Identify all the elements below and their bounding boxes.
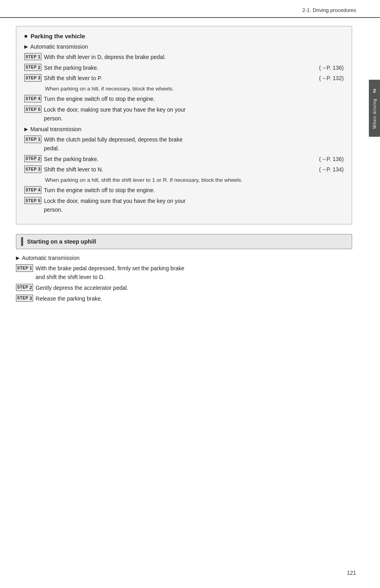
uphill-title: Starting on a steep uphill bbox=[27, 238, 96, 245]
manual-park-step-2: STEP 2 Set the parking brake. (→P. 136) bbox=[24, 155, 344, 164]
auto-park-step-2: STEP 2 Set the parking brake. (→P. 136) bbox=[24, 64, 344, 73]
uphill-auto-transmission-header: Automatic transmission bbox=[16, 255, 352, 261]
auto-park-step-4-text: Turn the engine switch off to stop the e… bbox=[44, 95, 344, 104]
manual-park-step-2-ref: (→P. 136) bbox=[319, 155, 344, 164]
uphill-auto-step-2: STEP 2 Gently depress the accelerator pe… bbox=[16, 284, 352, 293]
auto-park-step-2-content: Set the parking brake. (→P. 136) bbox=[44, 64, 344, 73]
step-badge-manual-park-1: STEP 1 bbox=[24, 136, 41, 143]
uphill-section-bar: Starting on a steep uphill bbox=[16, 234, 352, 249]
auto-park-step-2-row: Set the parking brake. (→P. 136) bbox=[44, 64, 344, 73]
auto-park-step-3-row: Shift the shift lever to P. (→P. 132) bbox=[44, 74, 344, 83]
auto-park-step-1: STEP 1 With the shift lever in D, depres… bbox=[24, 53, 344, 62]
side-tab-number: 2 bbox=[373, 88, 376, 94]
auto-park-step-1-text: With the shift lever in D, depress the b… bbox=[44, 53, 344, 62]
header-section: 2-1. Driving procedures bbox=[302, 7, 356, 13]
main-content: Parking the vehicle Automatic transmissi… bbox=[0, 26, 380, 303]
uphill-auto-step-2-text: Gently depress the accelerator pedal. bbox=[35, 284, 352, 293]
step-badge-manual-park-5: STEP 5 bbox=[24, 197, 41, 204]
auto-park-step-3-content: Shift the shift lever to P. (→P. 132) bbox=[44, 74, 344, 83]
manual-park-step-2-row: Set the parking brake. (→P. 136) bbox=[44, 155, 344, 164]
step-badge-manual-park-2: STEP 2 bbox=[24, 155, 41, 162]
page-header: 2-1. Driving procedures bbox=[0, 0, 380, 18]
auto-park-step-5: STEP 5 Lock the door, making sure that y… bbox=[24, 106, 344, 123]
uphill-auto-step-1-text: With the brake pedal depressed, firmly s… bbox=[35, 264, 352, 281]
auto-park-step-5-text: Lock the door, making sure that you have… bbox=[44, 106, 344, 123]
step-badge-manual-park-4: STEP 4 bbox=[24, 186, 41, 193]
manual-park-step-3-row: Shift the shift lever to N. (→P. 134) bbox=[44, 165, 344, 174]
manual-park-step-2-content: Set the parking brake. (→P. 136) bbox=[44, 155, 344, 164]
step-badge-auto-park-2: STEP 2 bbox=[24, 64, 41, 71]
uphill-content: Automatic transmission STEP 1 With the b… bbox=[16, 255, 352, 303]
manual-park-step-5-text: Lock the door, making sure that you have… bbox=[44, 197, 344, 214]
parking-title: Parking the vehicle bbox=[24, 33, 344, 39]
step-badge-auto-park-3: STEP 3 bbox=[24, 74, 41, 81]
manual-park-step-4: STEP 4 Turn the engine switch off to sto… bbox=[24, 186, 344, 195]
manual-park-step-2-text: Set the parking brake. bbox=[44, 155, 98, 164]
manual-park-step-1: STEP 1 With the clutch pedal fully depre… bbox=[24, 136, 344, 153]
manual-park-step-3-content: Shift the shift lever to N. (→P. 134) bbox=[44, 165, 344, 174]
step-badge-uphill-auto-3: STEP 3 bbox=[16, 295, 33, 302]
page-footer: 121 bbox=[347, 570, 356, 576]
step-badge-uphill-auto-2: STEP 2 bbox=[16, 284, 33, 291]
parking-section-box: Parking the vehicle Automatic transmissi… bbox=[16, 26, 352, 224]
auto-park-step-3-ref: (→P. 132) bbox=[319, 74, 344, 83]
manual-park-step-5: STEP 5 Lock the door, making sure that y… bbox=[24, 197, 344, 214]
step-badge-auto-park-5: STEP 5 bbox=[24, 106, 41, 113]
manual-park-step-3-ref: (→P. 134) bbox=[319, 165, 344, 174]
manual-park-step-4-text: Turn the engine switch off to stop the e… bbox=[44, 186, 344, 195]
step-badge-manual-park-3: STEP 3 bbox=[24, 165, 41, 173]
auto-park-step-4: STEP 4 Turn the engine switch off to sto… bbox=[24, 95, 344, 104]
manual-park-step-3-text: Shift the shift lever to N. bbox=[44, 165, 103, 174]
auto-park-step-3-text: Shift the shift lever to P. bbox=[44, 74, 102, 83]
uphill-auto-step-1: STEP 1 With the brake pedal depressed, f… bbox=[16, 264, 352, 281]
auto-park-step-2-text: Set the parking brake. bbox=[44, 64, 98, 73]
section-bar-accent bbox=[21, 237, 23, 246]
step-badge-auto-park-4: STEP 4 bbox=[24, 95, 41, 102]
manual-transmission-header: Manual transmission bbox=[24, 126, 344, 132]
auto-transmission-header: Automatic transmission bbox=[24, 43, 344, 50]
side-tab-label: When driving bbox=[372, 98, 377, 129]
side-tab: 2 When driving bbox=[369, 80, 380, 137]
uphill-auto-step-3-text: Release the parking brake. bbox=[35, 295, 352, 303]
auto-park-step-3: STEP 3 Shift the shift lever to P. (→P. … bbox=[24, 74, 344, 83]
auto-park-note: When parking on a hill, if necessary, bl… bbox=[45, 85, 344, 93]
auto-park-step-2-ref: (→P. 136) bbox=[319, 64, 344, 73]
manual-park-note: When parking on a hill, shift the shift … bbox=[45, 176, 344, 184]
step-badge-uphill-auto-1: STEP 1 bbox=[16, 264, 33, 271]
step-badge-auto-park-1: STEP 1 bbox=[24, 53, 41, 60]
page-number: 121 bbox=[347, 570, 356, 576]
manual-park-step-1-text: With the clutch pedal fully depressed, d… bbox=[44, 136, 344, 153]
manual-park-step-3: STEP 3 Shift the shift lever to N. (→P. … bbox=[24, 165, 344, 174]
uphill-auto-step-3: STEP 3 Release the parking brake. bbox=[16, 295, 352, 303]
